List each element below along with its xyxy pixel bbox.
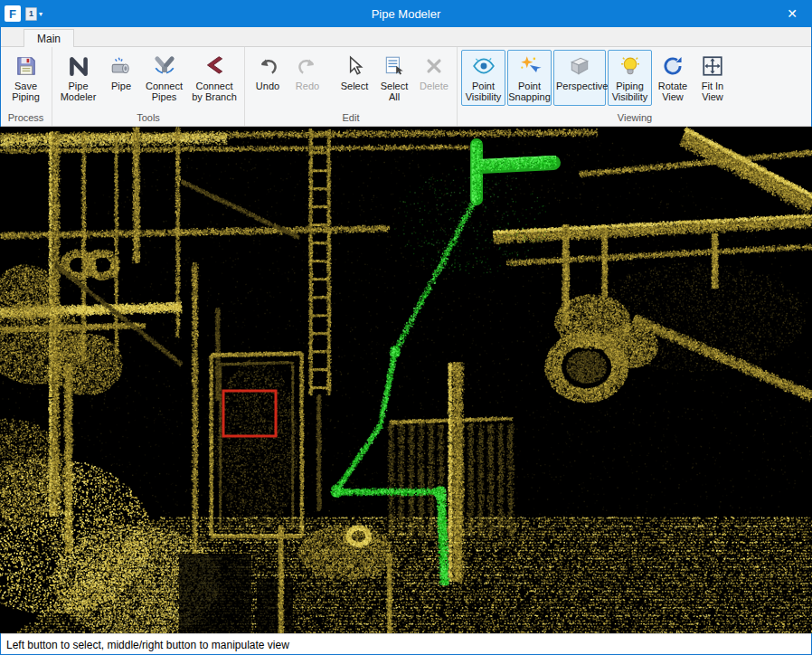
lightbulb-icon (618, 53, 643, 79)
page-icon: 1 (25, 7, 37, 21)
app-icon-letter: F (9, 7, 16, 21)
select-all-button[interactable]: Select All (375, 50, 413, 106)
group-label-edit: Edit (245, 112, 457, 126)
select-button[interactable]: Select (335, 50, 373, 106)
rotate-view-button[interactable]: Rotate View (654, 50, 692, 106)
pipe-icon (109, 53, 134, 79)
ribbon-group-viewing: Point Visibility Point Snapping Perspect… (457, 47, 812, 126)
quick-access-tool-button[interactable]: 1 ▾ (24, 4, 44, 24)
redo-button[interactable]: Redo (288, 50, 326, 106)
pipe-button[interactable]: Pipe (102, 50, 140, 106)
select-all-icon (382, 53, 407, 79)
window-title: Pipe Modeler (0, 7, 812, 21)
redo-icon (295, 53, 320, 79)
statusbar: Left button to select, middle/right butt… (0, 633, 812, 655)
close-icon: ✕ (787, 6, 798, 21)
app-menu-button[interactable]: F (5, 5, 21, 22)
group-label-viewing: Viewing (458, 112, 812, 126)
save-icon (14, 53, 39, 79)
ribbon-tab-strip: Main (0, 27, 812, 47)
pipe-modeler-button[interactable]: Pipe Modeler (56, 50, 100, 106)
rotate-arrows-icon (660, 53, 685, 79)
ribbon: Save Piping Process Pipe Modeler Pipe (0, 47, 812, 127)
ribbon-group-process: Save Piping Process (0, 47, 52, 126)
save-piping-label: Save Piping (5, 81, 46, 102)
close-button[interactable]: ✕ (772, 0, 812, 27)
select-cursor-icon (342, 53, 367, 79)
undo-button[interactable]: Undo (249, 50, 287, 106)
titlebar: F 1 ▾ Pipe Modeler ✕ (0, 0, 812, 27)
group-label-process: Process (0, 112, 52, 126)
ribbon-group-tools: Pipe Modeler Pipe Connect Pipes (52, 47, 244, 126)
delete-button[interactable]: Delete (415, 50, 453, 106)
group-label-tools: Tools (52, 112, 244, 126)
save-piping-button[interactable]: Save Piping (4, 50, 48, 106)
connect-by-branch-icon (202, 53, 227, 79)
fit-in-view-button[interactable]: Fit In View (694, 50, 732, 106)
quick-access-toolbar: F 1 ▾ (0, 4, 44, 24)
connect-pipes-icon (152, 53, 177, 79)
undo-icon (255, 53, 280, 79)
snap-sparkle-icon (517, 53, 543, 79)
pipe-modeler-icon (66, 53, 91, 79)
point-snapping-toggle[interactable]: Point Snapping (507, 50, 552, 106)
point-cloud-viewport (0, 127, 812, 633)
perspective-toggle[interactable]: Perspective (553, 50, 606, 106)
perspective-cube-icon (567, 53, 592, 79)
point-visibility-toggle[interactable]: Point Visibility (461, 50, 505, 106)
piping-visibility-toggle[interactable]: Piping Visibility (608, 50, 652, 106)
chevron-down-icon: ▾ (39, 10, 42, 18)
eye-icon (471, 53, 496, 79)
connect-pipes-button[interactable]: Connect Pipes (142, 50, 186, 106)
viewport-canvas[interactable] (0, 127, 812, 633)
connect-by-branch-button[interactable]: Connect by Branch (188, 50, 241, 106)
fit-view-arrows-icon (700, 53, 725, 79)
statusbar-message: Left button to select, middle/right butt… (6, 639, 289, 651)
pipe-modeler-window: F 1 ▾ Pipe Modeler ✕ Main Save Piping (0, 0, 812, 655)
tab-main[interactable]: Main (24, 29, 74, 47)
delete-icon (421, 53, 447, 79)
ribbon-group-edit: Undo Redo Select (244, 47, 457, 126)
